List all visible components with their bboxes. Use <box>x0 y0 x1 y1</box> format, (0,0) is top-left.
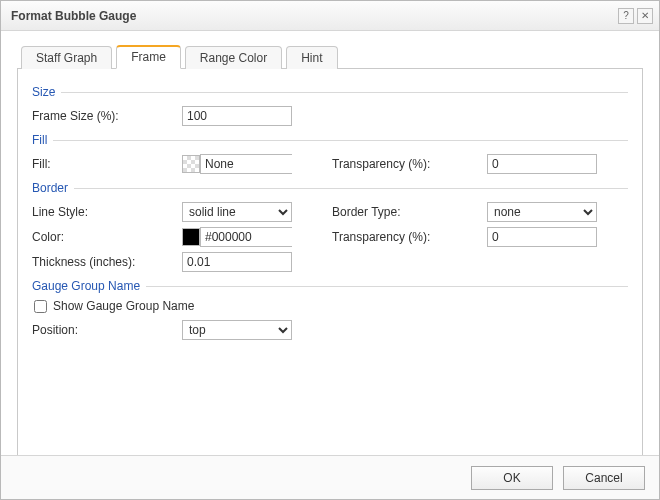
section-border-label: Border <box>32 181 74 195</box>
line-style-select[interactable]: solid line <box>182 202 292 222</box>
fill-label: Fill: <box>32 157 182 171</box>
section-gauge-group-name-label: Gauge Group Name <box>32 279 146 293</box>
format-bubble-gauge-dialog: Format Bubble Gauge ? ✕ Staff Graph Fram… <box>0 0 660 500</box>
section-size-label: Size <box>32 85 61 99</box>
position-label: Position: <box>32 323 182 337</box>
position-select[interactable]: top <box>182 320 292 340</box>
line-style-label: Line Style: <box>32 205 182 219</box>
close-icon[interactable]: ✕ <box>637 8 653 24</box>
section-rule <box>74 188 628 189</box>
cancel-button[interactable]: Cancel <box>563 466 645 490</box>
tab-hint[interactable]: Hint <box>286 46 337 69</box>
section-size: Size <box>32 85 628 99</box>
frame-size-input[interactable] <box>182 106 292 126</box>
titlebar: Format Bubble Gauge ? ✕ <box>1 1 659 31</box>
fill-swatch-icon[interactable] <box>182 155 200 173</box>
tab-staff-graph[interactable]: Staff Graph <box>21 46 112 69</box>
border-type-label: Border Type: <box>332 205 487 219</box>
tab-strip: Staff Graph Frame Range Color Hint <box>17 43 643 69</box>
fill-transparency-input[interactable] <box>487 154 597 174</box>
thickness-input[interactable] <box>182 252 292 272</box>
section-border: Border <box>32 181 628 195</box>
frame-panel: Size Frame Size (%): Fill Fill: <box>17 69 643 455</box>
show-gauge-group-name-label: Show Gauge Group Name <box>53 299 194 313</box>
section-rule <box>53 140 628 141</box>
dialog-footer: OK Cancel <box>1 455 659 499</box>
tab-range-color[interactable]: Range Color <box>185 46 282 69</box>
dialog-title: Format Bubble Gauge <box>11 9 615 23</box>
tab-frame[interactable]: Frame <box>116 45 181 69</box>
color-swatch-icon[interactable] <box>182 228 200 246</box>
section-fill: Fill <box>32 133 628 147</box>
fill-transparency-label: Transparency (%): <box>332 157 487 171</box>
section-fill-label: Fill <box>32 133 53 147</box>
border-transparency-label: Transparency (%): <box>332 230 487 244</box>
border-transparency-input[interactable] <box>487 227 597 247</box>
help-icon[interactable]: ? <box>618 8 634 24</box>
border-type-select[interactable]: none <box>487 202 597 222</box>
show-gauge-group-name-checkbox[interactable] <box>34 300 47 313</box>
section-rule <box>146 286 628 287</box>
color-label: Color: <box>32 230 182 244</box>
content-area: Staff Graph Frame Range Color Hint Size … <box>1 31 659 455</box>
section-rule <box>61 92 628 93</box>
thickness-label: Thickness (inches): <box>32 255 182 269</box>
frame-size-label: Frame Size (%): <box>32 109 182 123</box>
color-input[interactable] <box>200 227 292 247</box>
ok-button[interactable]: OK <box>471 466 553 490</box>
section-gauge-group-name: Gauge Group Name <box>32 279 628 293</box>
fill-input[interactable] <box>200 154 292 174</box>
